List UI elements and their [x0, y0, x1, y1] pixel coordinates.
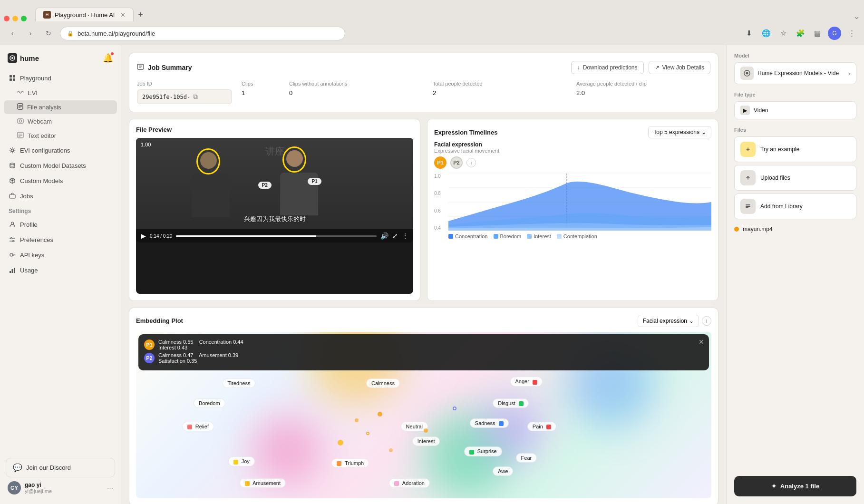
p1-badge: P1 [308, 178, 321, 185]
user-row: GY gao yi yi@jueji.me ⋯ [6, 477, 115, 498]
url-bar[interactable]: 🔒 beta.hume.ai/playground/file [60, 27, 345, 40]
more-menu-icon[interactable]: ⋮ [845, 27, 858, 40]
right-panel: Model Hume Expression Models - Vide › Fi… [726, 45, 864, 504]
download-predictions-button[interactable]: ↓ Download predictions [571, 61, 644, 74]
more-video-options[interactable]: ⋮ [402, 232, 408, 240]
expression-timelines-title: Expression Timelines [434, 129, 497, 136]
emotion-anger: Anger [510, 377, 543, 386]
sidebar-item-file-analysis[interactable]: File analysis [4, 100, 117, 114]
briefcase-icon [9, 192, 16, 200]
new-tab-button[interactable]: + [134, 8, 147, 21]
mute-button[interactable]: 🔊 [380, 232, 388, 240]
forward-button[interactable]: › [24, 27, 37, 40]
sidebar-item-evi-configs[interactable]: EVI configurations [4, 143, 117, 157]
file-type-section: File type ▶ Video [734, 92, 856, 119]
copy-icon[interactable]: ⧉ [193, 93, 198, 101]
camera-icon [17, 117, 24, 126]
video-file-icon: ▶ [740, 106, 750, 115]
clips-no-annotations-label: Clips without annotations [289, 81, 423, 87]
sidebar-item-usage[interactable]: Usage [4, 263, 117, 277]
library-label: Add from Library [760, 203, 803, 210]
sidebar-item-api-keys[interactable]: API keys [4, 248, 117, 262]
fullscreen-button[interactable]: ⤢ [392, 232, 398, 240]
svg-rect-26 [12, 269, 13, 273]
emotion-awe: Awe [493, 466, 513, 476]
progress-bar[interactable] [176, 235, 377, 237]
sidebar-item-playground[interactable]: Playground [4, 71, 117, 85]
browser-chrome: H Playground · Hume AI ✕ + ⌄ ‹ › ↻ 🔒 bet… [0, 0, 864, 45]
sidebar-item-webcam[interactable]: Webcam [4, 115, 117, 128]
legend-boredom: Boredom [494, 233, 522, 239]
job-summary-actions: ↓ Download predictions ↗ View Job Detail… [571, 61, 710, 74]
sidebar-item-profile[interactable]: Profile [4, 217, 117, 232]
sidebar-item-evi[interactable]: EVI [4, 86, 117, 100]
bookmark-icon[interactable]: ☆ [777, 27, 790, 40]
p1-filter-button[interactable]: P1 [434, 156, 447, 169]
video-subtitle: 兴趣因为我最快乐的时 [136, 215, 413, 223]
tooltip-close-button[interactable]: ✕ [699, 338, 704, 346]
embedding-controls: Facial expression ⌄ i [638, 315, 711, 327]
sidebar-toggle-icon[interactable]: ▤ [811, 27, 824, 40]
user-name: gao yi [25, 482, 103, 488]
reload-button[interactable]: ↻ [42, 27, 55, 40]
timeline-info-icon[interactable]: i [466, 158, 476, 167]
traffic-light-yellow[interactable] [12, 16, 18, 21]
traffic-light-red[interactable] [4, 16, 10, 21]
library-option[interactable]: Add from Library [734, 194, 856, 219]
sparkle-icon: ✦ [771, 483, 777, 490]
svg-rect-45 [746, 207, 748, 208]
model-selector[interactable]: Hume Expression Models - Vide › [734, 62, 856, 84]
discord-button[interactable]: 💬 Join our Discord [6, 458, 115, 477]
tooltip-p1-row: P1 Calmness 0.55 Concentration 0.44 Inte… [144, 339, 703, 350]
emotion-relief: Relief [182, 422, 214, 431]
tooltip-p2-badge: P2 [144, 353, 155, 363]
traffic-light-green[interactable] [21, 16, 27, 21]
sidebar-item-text-editor[interactable]: Text editor [4, 129, 117, 143]
files-section-title: Files [734, 127, 856, 133]
profile-icon[interactable]: G [828, 27, 841, 40]
data-dot-2 [355, 418, 359, 422]
chart-inner [448, 174, 711, 231]
browser-tab-active[interactable]: H Playground · Hume AI ✕ [35, 8, 134, 21]
sidebar-item-preferences[interactable]: Preferences [4, 233, 117, 247]
play-button[interactable]: ▶ [141, 232, 146, 240]
avatar: GY [8, 481, 21, 494]
clips-value: 1 [242, 89, 280, 97]
sidebar-item-custom-models[interactable]: Custom Models [4, 174, 117, 188]
file-type-label: Video [754, 107, 768, 114]
browser-menu-icon[interactable]: ⌄ [853, 11, 860, 21]
sidebar-item-usage-label: Usage [20, 267, 38, 274]
svg-rect-5 [13, 78, 15, 81]
expression-timelines-panel: Expression Timelines Top 5 expressions ⌄… [427, 119, 718, 301]
sidebar-item-custom-datasets[interactable]: Custom Model Datasets [4, 158, 117, 173]
back-button[interactable]: ‹ [6, 27, 19, 40]
emotion-sadness: Sadness [470, 418, 509, 428]
svg-point-1 [11, 57, 13, 59]
user-more-button[interactable]: ⋯ [107, 485, 113, 492]
upload-files-option[interactable]: Upload files [734, 165, 856, 191]
view-job-details-button[interactable]: ↗ View Job Details [649, 61, 711, 74]
tab-favicon: H [43, 11, 51, 19]
facial-expression-dropdown[interactable]: Facial expression ⌄ [638, 315, 699, 327]
notification-icon[interactable]: 🔔 [103, 53, 113, 63]
embedding-plot-canvas: P1 Calmness 0.55 Concentration 0.44 Inte… [136, 332, 711, 498]
boredom-color [494, 234, 498, 239]
analyze-button[interactable]: ✦ Analyze 1 file [734, 476, 856, 496]
translate-icon[interactable]: 🌐 [759, 27, 773, 40]
model-section-title: Model [734, 53, 856, 58]
extensions-icon[interactable]: 🧩 [794, 27, 807, 40]
svg-rect-43 [746, 204, 750, 205]
p2-filter-button[interactable]: P2 [450, 156, 463, 169]
top5-dropdown[interactable]: Top 5 expressions ⌄ [648, 126, 711, 138]
svg-point-11 [19, 120, 22, 122]
emotion-adoration: Adoration [389, 478, 430, 488]
chart-area: 1.0 0.8 0.6 0.4 [434, 174, 711, 231]
tab-close-icon[interactable]: ✕ [120, 11, 126, 19]
concentration-color [448, 234, 453, 239]
embedding-info-icon[interactable]: i [702, 316, 711, 326]
svg-point-22 [11, 238, 12, 239]
try-example-option[interactable]: Try an example [734, 136, 856, 162]
sidebar-item-jobs[interactable]: Jobs [4, 189, 117, 203]
downloads-icon[interactable]: ⬇ [742, 27, 756, 40]
discord-button-label: Join our Discord [26, 464, 71, 471]
